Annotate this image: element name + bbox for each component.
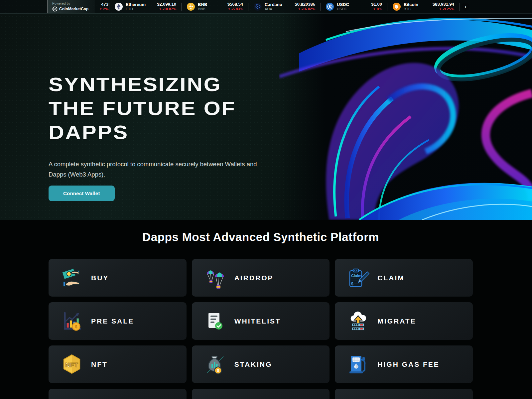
card-label: CLAIM — [377, 274, 405, 282]
ticker-item-usdc[interactable]: $ USDC USDC $1.00 ▼ 0% — [321, 2, 386, 12]
nft-gold-hexagon-icon: NFT — [60, 352, 84, 376]
coin-price: $1.00 — [371, 2, 382, 7]
headline-line-3: DAPPS — [49, 120, 324, 144]
ticker-divider — [387, 3, 387, 11]
card-airdrop[interactable]: AIRDROP — [192, 259, 330, 297]
bitcoin-icon: ฿ — [392, 2, 401, 11]
ticker-item-ethereum[interactable]: Ethereum ETH $2,099.10 ▼ -10.87% — [110, 2, 181, 12]
cardano-icon — [253, 2, 262, 11]
coinmarketcap-brand-label: CoinMarketCap — [59, 7, 88, 11]
coin-symbol: BTC — [404, 7, 418, 11]
coin-price: $0.820386 — [295, 2, 315, 7]
chevron-right-icon: › — [465, 4, 466, 9]
coin-name: Ethereum — [126, 2, 146, 7]
partial-change: 2% — [103, 7, 108, 11]
card-label: MIGRATE — [377, 317, 416, 325]
coinmarketcap-logo-icon — [52, 6, 58, 12]
card-label: HIGH GAS FEE — [377, 360, 440, 368]
down-arrow-icon: ▼ — [439, 8, 442, 11]
usdc-icon: $ — [326, 2, 334, 11]
down-arrow-icon: ▼ — [228, 8, 230, 11]
coin-price: $83,931.94 — [433, 2, 454, 7]
card-presale[interactable]: $ PRE SALE — [49, 302, 187, 340]
ticker-next-button[interactable]: › — [462, 3, 469, 11]
headline-line-2: THE FUTURE OF — [49, 96, 324, 120]
down-arrow-icon: ▼ — [99, 8, 102, 11]
ticker-item-bnb[interactable]: BNB BNB $568.54 ▼ -5.83% — [182, 2, 247, 12]
card-claim[interactable]: Claim $ CLAIM — [335, 259, 473, 297]
card-label: WHITELIST — [234, 317, 281, 325]
ticker-item-partial[interactable]: 473 ▼ 2% — [96, 2, 108, 12]
crypto-ticker-bar: Powered by CoinMarketCap 473 ▼ 2% — [0, 0, 532, 13]
card-label: AIRDROP — [234, 274, 274, 282]
coin-symbol: BNB — [198, 7, 207, 11]
svg-text:$: $ — [217, 368, 219, 373]
buy-money-hands-icon — [60, 266, 84, 290]
gas-pump-icon — [346, 352, 370, 376]
hero-section: Powered by CoinMarketCap 473 ▼ 2% — [0, 0, 532, 220]
page-title: SYNTHESIZING THE FUTURE OF DAPPS — [49, 72, 324, 144]
coin-change: -10.87% — [163, 7, 176, 11]
headline-line-1: SYNTHESIZING — [49, 72, 324, 96]
svg-text:$: $ — [351, 282, 353, 286]
card-label: NFT — [91, 360, 108, 368]
claim-icon-text: Claim — [351, 274, 361, 278]
card-migrate[interactable]: MIGRATE — [335, 302, 473, 340]
svg-text:$: $ — [75, 325, 77, 329]
ticker-divider — [181, 3, 182, 11]
svg-text:฿: ฿ — [395, 4, 398, 9]
ticker-divider — [459, 3, 460, 11]
hero-description: A complete synthetic protocol to communi… — [49, 159, 272, 180]
connect-wallet-button[interactable]: Connect Wallet — [49, 186, 115, 201]
hero-content: SYNTHESIZING THE FUTURE OF DAPPS A compl… — [0, 0, 295, 201]
ticker-item-cardano[interactable]: Cardano ADA $0.820386 ▼ -16.02% — [249, 2, 320, 12]
coin-name: USDC — [337, 2, 349, 7]
partial-price: 473 — [96, 2, 108, 7]
migrate-cloud-upload-icon — [346, 309, 370, 333]
coin-change: -9.25% — [443, 7, 454, 11]
whitelist-document-check-icon — [203, 309, 227, 333]
card-partial[interactable] — [335, 389, 473, 399]
claim-clipboard-icon: Claim $ — [346, 266, 370, 290]
section-title: Dapps Most Advanced Synthetic Platform — [49, 230, 473, 244]
coin-name: BNB — [198, 2, 207, 7]
coin-change: -5.83% — [231, 7, 243, 11]
platform-section: Dapps Most Advanced Synthetic Platform B… — [0, 220, 532, 399]
card-label: BUY — [91, 274, 109, 282]
coin-symbol: ETH — [126, 7, 146, 11]
bnb-icon — [187, 2, 195, 11]
staking-moneybag-icon: $ — [203, 352, 227, 376]
svg-text:$: $ — [329, 5, 331, 9]
card-whitelist[interactable]: WHITELIST — [192, 302, 330, 340]
card-staking[interactable]: $ STAKING — [192, 345, 330, 383]
down-arrow-icon: ▼ — [298, 8, 301, 11]
coin-symbol: USDC — [337, 7, 349, 11]
ticker-item-bitcoin[interactable]: ฿ Bitcoin BTC $83,931.94 ▼ -9.25% — [388, 2, 459, 12]
ticker-divider — [248, 3, 248, 11]
card-nft[interactable]: NFT NFT — [49, 345, 187, 383]
nft-icon-text: NFT — [65, 361, 78, 368]
coinmarketcap-attribution[interactable]: Powered by CoinMarketCap — [48, 0, 95, 13]
powered-by-label: Powered by — [52, 2, 92, 5]
ethereum-icon — [114, 2, 123, 11]
feature-cards-grid: BUY AIRDRO — [49, 259, 473, 399]
card-label: PRE SALE — [91, 317, 134, 325]
coin-name: Bitcoin — [404, 2, 418, 7]
coin-price: $568.54 — [227, 2, 243, 7]
coin-change: -16.02% — [302, 7, 315, 11]
card-partial[interactable] — [192, 389, 330, 399]
coin-change: 0% — [377, 7, 382, 11]
ticker-divider — [109, 3, 109, 11]
coin-price: $2,099.10 — [157, 2, 176, 7]
card-high-gas-fee[interactable]: HIGH GAS FEE — [335, 345, 473, 383]
presale-chart-coin-icon: $ — [60, 309, 84, 333]
coin-symbol: ADA — [265, 7, 282, 11]
ticker-divider — [320, 3, 321, 11]
down-arrow-icon: ▼ — [159, 8, 162, 11]
down-arrow-icon: ▼ — [373, 8, 376, 11]
card-partial[interactable] — [49, 389, 187, 399]
coin-name: Cardano — [265, 2, 282, 7]
card-buy[interactable]: BUY — [49, 259, 187, 297]
card-label: STAKING — [234, 360, 272, 368]
airdrop-parachutes-icon — [203, 266, 227, 290]
